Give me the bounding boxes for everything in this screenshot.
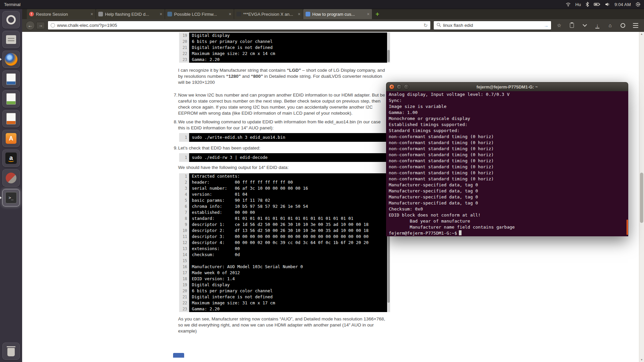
- clock[interactable]: 9:04 AM: [614, 2, 631, 7]
- paragraph-footer: As you can see, Manufacturer string now …: [178, 316, 387, 334]
- list-item-9: 9. Let’s check that EDID has been update…: [174, 145, 388, 151]
- maximize-button[interactable]: [404, 84, 409, 89]
- software-center-launcher-item[interactable]: A: [2, 130, 20, 147]
- dash-home-button[interactable]: [2, 11, 20, 28]
- forward-button[interactable]: →: [36, 22, 45, 29]
- line-text: sudo ./edid-rw 3 | edid-decode: [189, 153, 268, 162]
- code-line: 6 chroma info: 10 b5 97 58 57 92 26 1e 5…: [179, 203, 390, 209]
- line-number: 20: [179, 288, 189, 294]
- line-number: 8: [179, 216, 189, 222]
- search-go-icon[interactable]: →: [544, 23, 548, 28]
- search-bar[interactable]: →: [433, 21, 551, 30]
- running-indicator: [0, 196, 2, 199]
- bookmarks-menu-icon[interactable]: [567, 21, 577, 30]
- terminal-output-line: Bad year of manufacture: [389, 218, 628, 224]
- url-bar[interactable]: ↻: [48, 21, 431, 30]
- files-launcher-item[interactable]: [2, 31, 20, 48]
- menu-icon[interactable]: [631, 21, 641, 30]
- minimize-button[interactable]: [396, 84, 402, 89]
- trash-launcher-item[interactable]: [2, 343, 20, 360]
- paragraph-output: We should have the following output for …: [178, 165, 387, 171]
- line-number: 23: [179, 57, 189, 63]
- line-text: descriptor 1: ce 1d 56 d2 50 00 26 30 10…: [189, 222, 369, 228]
- code-line: 10 descriptor 2: df 13 56 d2 50 00 26 30…: [179, 228, 390, 234]
- additional-drivers-launcher-item[interactable]: [2, 169, 20, 187]
- terminal-icon: >_: [5, 192, 17, 203]
- line-number: 15: [179, 258, 189, 264]
- focused-app-name: Terminal: [4, 2, 20, 7]
- line-text: Maximum image size: 22 cm x 14 cm: [189, 51, 275, 57]
- terminal-output-line: non-conformant standard timing (0 horiz): [389, 140, 628, 146]
- scrollbar-thumb[interactable]: [640, 173, 643, 223]
- pocket-icon[interactable]: [580, 21, 590, 30]
- terminal-output-line: Analog display, Input voltage level: 0.7…: [389, 92, 628, 98]
- terminal-output-line: Image size is variable: [389, 104, 628, 110]
- tab-close-icon[interactable]: ×: [367, 11, 370, 17]
- terminal-output-line: Manufacturer-specified data, tag 0: [389, 194, 628, 200]
- line-number: 4: [179, 191, 189, 197]
- scroll-down-icon[interactable]: ▼: [639, 358, 644, 361]
- tab-close-icon[interactable]: ×: [160, 11, 162, 17]
- line-text: Digital interface is not defined: [189, 45, 273, 51]
- url-input[interactable]: [57, 23, 421, 28]
- terminal-prompt[interactable]: fejerm@fejerm-P775DM1-G:~$: [389, 230, 628, 236]
- line-text: EDID version: 1.4: [189, 276, 235, 282]
- page-scrollbar[interactable]: ▲ ▼: [639, 32, 644, 362]
- back-button[interactable]: ←: [25, 21, 35, 30]
- scroll-up-icon[interactable]: ▲: [639, 33, 644, 36]
- code-line: 7 established: 00 00 00: [179, 209, 390, 216]
- keyboard-layout-indicator[interactable]: Hu: [575, 2, 581, 7]
- tab-close-icon[interactable]: ×: [298, 11, 301, 17]
- code-line: 21 Digital interface is not defined: [179, 294, 390, 300]
- search-input[interactable]: [443, 23, 542, 28]
- code-line: 18 EDID version: 1.4: [179, 276, 390, 282]
- battery-icon[interactable]: [594, 2, 600, 7]
- bluetooth-icon[interactable]: [585, 2, 589, 7]
- site-globe-icon: [51, 23, 55, 27]
- libreoffice-writer-launcher-item[interactable]: [2, 70, 20, 88]
- terminal-scrollbar-thumb[interactable]: [627, 220, 628, 235]
- bookmark-star-icon[interactable]: ☆: [554, 21, 564, 30]
- terminal-output-line: non-conformant standard timing (0 horiz): [389, 152, 628, 158]
- code-scrollbar[interactable]: [387, 33, 390, 63]
- code-line: 16 Manufacturer: AUO Model 103c Serial N…: [179, 264, 390, 270]
- libreoffice-calc-launcher-item[interactable]: [2, 90, 20, 108]
- reload-icon[interactable]: ↻: [423, 22, 428, 28]
- tab-restore-session[interactable]: ! Restore Session ×: [27, 9, 96, 19]
- tab-label: ***EVGA Precision X an...: [243, 12, 294, 17]
- amazon-launcher-item[interactable]: a: [2, 149, 20, 167]
- network-icon[interactable]: [566, 2, 571, 7]
- line-text: basic params: 90 1f 11 78 02: [189, 197, 270, 203]
- terminal-body[interactable]: Analog display, Input voltage level: 0.7…: [386, 91, 628, 236]
- terminal-output-line: non-conformant standard timing (0 horiz): [389, 164, 628, 170]
- line-text: sudo ./write-edid.sh 3 edid_auo14.bin: [189, 133, 285, 142]
- terminal-launcher-item[interactable]: >_: [2, 189, 20, 206]
- terminal-titlebar[interactable]: × fejerm@fejerm-P775DM1-G: ~: [386, 82, 628, 91]
- tab-close-icon[interactable]: ×: [91, 11, 93, 17]
- tab-possible-lcd-firmware[interactable]: Possible LCD Firmw... ×: [165, 9, 234, 19]
- tab-bar: ! Restore Session × Help flashing EDID d…: [22, 9, 644, 19]
- tab-how-to-program-active[interactable]: How to program cus... ×: [303, 9, 372, 19]
- close-button[interactable]: ×: [389, 84, 394, 89]
- line-number: 7: [179, 209, 189, 216]
- tab-label: How to program cus...: [312, 12, 364, 17]
- line-text: Digital interface is not defined: [189, 294, 273, 300]
- firefox-launcher-item[interactable]: [2, 51, 20, 68]
- terminal-output-line: Gamma: 1.00: [389, 110, 628, 116]
- volume-icon[interactable]: [605, 2, 610, 7]
- line-text: 6 bits per primary color channel: [189, 39, 273, 45]
- downloads-icon[interactable]: ↓: [592, 21, 602, 30]
- share-button-partial[interactable]: [173, 353, 184, 358]
- libreoffice-impress-launcher-item[interactable]: [2, 110, 20, 127]
- session-gear-icon[interactable]: [635, 2, 641, 7]
- line-number: 2: [179, 179, 189, 185]
- code-line: 2 header: 00 ff ff ff ff ff ff 00: [179, 179, 390, 185]
- hello-icon[interactable]: [618, 21, 628, 30]
- new-tab-button[interactable]: +: [372, 9, 382, 19]
- tab-evga-precision[interactable]: ***EVGA Precision X an... ×: [234, 9, 303, 19]
- tab-help-flashing-edid[interactable]: Help flashing EDID d... ×: [96, 9, 165, 19]
- home-icon[interactable]: ⌂: [605, 21, 615, 30]
- line-text: established: 00 00 00: [189, 209, 255, 216]
- terminal-output-line: Standard timings supported:: [389, 128, 628, 134]
- tab-close-icon[interactable]: ×: [229, 11, 231, 17]
